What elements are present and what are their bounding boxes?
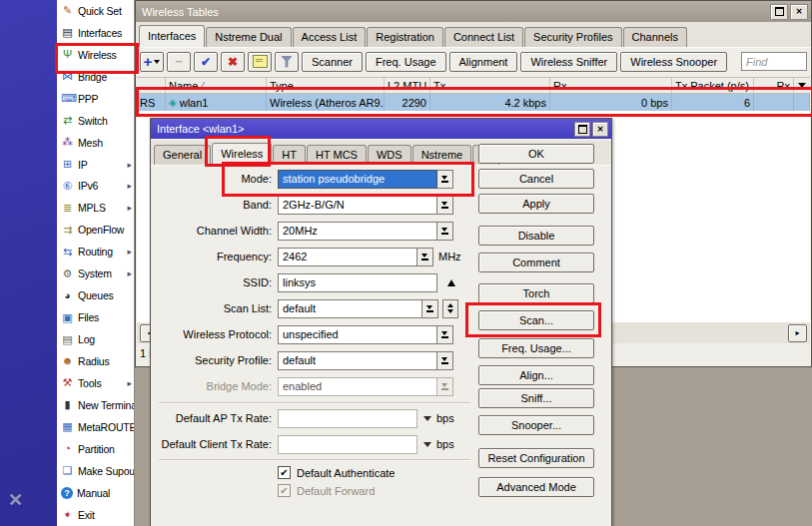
window-titlebar[interactable]: Wireless Tables ✕ (136, 1, 811, 22)
cancel-button[interactable]: Cancel (478, 169, 594, 189)
band-select[interactable]: 2GHz-B/G/N (278, 196, 437, 215)
comment-button[interactable] (248, 52, 272, 72)
tab-general[interactable]: General (154, 145, 211, 165)
find-input[interactable] (741, 52, 807, 71)
maximize-button[interactable] (770, 4, 788, 20)
snooper-button[interactable]: Snooper... (478, 415, 594, 435)
scan-button[interactable]: Scan... (478, 310, 594, 330)
band-dropdown-button[interactable] (437, 196, 453, 215)
col-header-tx-packet[interactable]: Tx Packet (p/s) (672, 78, 754, 93)
wireless-snooper-button[interactable]: Wireless Snooper (620, 52, 727, 72)
close-button[interactable]: ✕ (790, 4, 808, 20)
sidebar-item-interfaces[interactable]: ▤Interfaces (57, 22, 134, 44)
disable-button[interactable]: Disable (478, 226, 594, 246)
mode-dropdown-button[interactable] (437, 170, 453, 189)
column-chooser-button[interactable] (794, 78, 810, 93)
sidebar-item-files[interactable]: ▣Files (57, 306, 134, 328)
filter-button[interactable] (275, 52, 299, 72)
freq-usage-button[interactable]: Freq. Usage... (478, 338, 594, 358)
scan-list-input[interactable]: default (278, 299, 422, 318)
sidebar-item-exit[interactable]: ➧Exit (57, 504, 134, 526)
tab-security-profiles[interactable]: Security Profiles (524, 27, 621, 47)
scan-list-dropdown-button[interactable] (422, 299, 438, 318)
sniff-button[interactable]: Sniff... (478, 388, 594, 408)
ok-button[interactable]: OK (478, 144, 594, 164)
tab-ht-mcs[interactable]: HT MCS (307, 145, 367, 165)
col-header-rx2[interactable]: Rx (754, 78, 794, 93)
sidebar-item-openflow[interactable]: ⇉OpenFlow (57, 219, 134, 241)
sidebar-item-switch[interactable]: ⇄Switch (57, 110, 134, 132)
channel-width-dropdown-button[interactable] (437, 222, 453, 241)
sidebar-item-quick-set[interactable]: ✎Quick Set (57, 0, 134, 22)
sidebar-item-wireless[interactable]: ΨWireless (57, 44, 134, 66)
torch-button[interactable]: Torch (478, 283, 594, 303)
sidebar-item-bridge[interactable]: ⋈Bridge (57, 66, 134, 88)
sidebar-item-log[interactable]: ▤Log (57, 328, 134, 350)
sidebar-item-ip[interactable]: ⊞IP▸ (57, 154, 134, 176)
frequency-input[interactable]: 2462 (278, 248, 417, 266)
table-row-wlan1[interactable]: RS ◈wlan1 Wireless (Atheros AR9... 2290 … (137, 94, 810, 111)
pencil-icon: ✎ (61, 4, 74, 17)
comment-button[interactable]: Comment (478, 253, 594, 272)
tab-channels[interactable]: Channels (623, 27, 687, 47)
col-header-rx[interactable]: Rx (550, 78, 672, 93)
tab-connect-list[interactable]: Connect List (444, 27, 523, 47)
advanced-mode-button[interactable]: Advanced Mode (478, 477, 594, 497)
tab-wireless[interactable]: Wireless (212, 143, 272, 165)
tab-interfaces[interactable]: Interfaces (139, 25, 205, 47)
tab-ht[interactable]: HT (273, 145, 306, 165)
sidebar-item-mesh[interactable]: ⁂Mesh (57, 132, 134, 154)
freq-usage-button[interactable]: Freq. Usage (366, 52, 446, 72)
security-profile-dropdown-button[interactable] (437, 351, 453, 370)
ssid-input[interactable]: linksys (278, 273, 437, 292)
scanner-button[interactable]: Scanner (302, 52, 363, 72)
tab-registration[interactable]: Registration (367, 27, 443, 47)
sidebar-item-metarouter[interactable]: ▦MetaROUTER (57, 416, 134, 438)
sidebar-item-tools[interactable]: ⚒Tools▸ (57, 372, 134, 394)
remove-button[interactable]: − (167, 52, 191, 72)
sidebar-item-make-supout[interactable]: ❏Make Supout.rif (57, 460, 134, 482)
wireless-sniffer-button[interactable]: Wireless Sniffer (520, 52, 617, 72)
sidebar-item-new-terminal[interactable]: ▮New Terminal (57, 394, 134, 416)
col-header-name[interactable]: Name∕ (166, 78, 267, 93)
dialog-titlebar[interactable]: Interface <wlan1> ✕ (151, 119, 611, 139)
scan-list-spinner[interactable] (442, 299, 458, 318)
arrow-down-icon[interactable] (423, 442, 431, 447)
wireless-protocol-select[interactable]: unspecified (278, 325, 437, 344)
tab-wds[interactable]: WDS (368, 145, 411, 165)
sidebar-item-ipv6[interactable]: ⑥IPv6▸ (57, 176, 134, 198)
scroll-right-button[interactable]: ▸ (788, 324, 807, 342)
sidebar-item-routing[interactable]: ⇆Routing▸ (57, 241, 134, 263)
enable-button[interactable]: ✔ (194, 52, 218, 72)
sidebar-item-queues[interactable]: ◕Queues (57, 284, 134, 306)
mode-select[interactable]: station pseudobridge (278, 170, 437, 189)
col-header-flags[interactable] (137, 78, 166, 93)
sidebar-item-ppp[interactable]: ⌨PPP (57, 88, 134, 110)
dialog-maximize-button[interactable] (574, 122, 590, 137)
wireless-protocol-dropdown-button[interactable] (437, 325, 453, 344)
col-header-type[interactable]: Type (267, 78, 385, 93)
arrow-down-icon[interactable] (423, 416, 431, 421)
sidebar-item-mpls[interactable]: ≣MPLS▸ (57, 197, 134, 219)
sidebar-item-manual[interactable]: ?Manual (57, 482, 134, 504)
alignment-button[interactable]: Alignment (449, 52, 518, 72)
default-authenticate-checkbox[interactable]: ✔ (278, 466, 291, 479)
tab-access-list[interactable]: Access List (293, 27, 367, 47)
align-button[interactable]: Align... (478, 365, 594, 385)
security-profile-select[interactable]: default (278, 351, 437, 370)
frequency-dropdown-button[interactable] (417, 248, 433, 266)
sidebar-item-radius[interactable]: ☻Radius (57, 350, 134, 372)
channel-width-select[interactable]: 20MHz (278, 222, 437, 241)
collapse-up-icon[interactable] (447, 279, 455, 286)
sidebar-item-partition[interactable]: ◔Partition (57, 438, 134, 460)
apply-button[interactable]: Apply (478, 194, 594, 214)
dialog-close-button[interactable]: ✕ (592, 122, 608, 137)
tab-nstreme[interactable]: Nstreme (412, 145, 472, 165)
col-header-tx[interactable]: Tx (430, 78, 550, 93)
reset-configuration-button[interactable]: Reset Configuration (478, 448, 594, 468)
add-button[interactable]: + (140, 52, 164, 72)
sidebar-item-system[interactable]: ⚙System▸ (57, 263, 134, 284)
disable-button[interactable]: ✖ (221, 52, 245, 72)
col-header-l2mtu[interactable]: L2 MTU (385, 78, 430, 93)
tab-nstreme-dual[interactable]: Nstreme Dual (206, 27, 291, 47)
